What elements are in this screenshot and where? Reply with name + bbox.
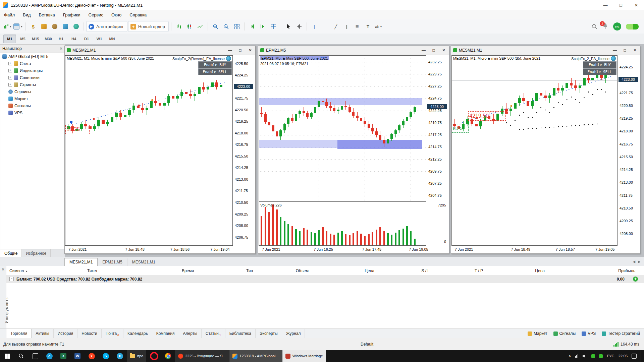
chart-window-epm21[interactable]: EPM21,M5 — □ ✕ 4232.254229.754227.254224… [258, 46, 449, 254]
chart-tab-mesm21-2[interactable]: MESM21,M1 [127, 258, 160, 266]
tab-news[interactable]: Новости [77, 329, 101, 338]
new-order-button[interactable]: + Новый ордер [128, 21, 169, 32]
timeframe-m30[interactable]: M30 [42, 35, 54, 43]
close-button[interactable]: ✕ [629, 0, 644, 10]
profile-selector[interactable]: Default [361, 342, 373, 347]
timeframe-d1[interactable]: D1 [80, 35, 93, 43]
navigator-item-signals[interactable]: Сигналы [0, 102, 65, 109]
tray-expand-icon[interactable]: ∧ [568, 354, 571, 358]
signals-button[interactable]: Сигналы [553, 331, 576, 336]
chart-close-button[interactable]: ✕ [630, 48, 640, 53]
tray-app-icon-2[interactable] [599, 354, 603, 358]
chart-window-mesm21-right[interactable]: MESM21,M1 — □ ✕ 8.254219.50 4224.254221.… [451, 46, 640, 254]
expand-icon[interactable]: + [8, 76, 12, 79]
taskbar-edge[interactable]: e [42, 350, 56, 362]
navigator-item-indicators[interactable]: + Индикаторы [0, 67, 65, 74]
chart-shift-button[interactable] [258, 21, 268, 32]
volume-icon[interactable] [582, 354, 587, 358]
column-time[interactable]: Время [182, 268, 194, 273]
navigator-item-vps[interactable]: VPS [0, 109, 65, 116]
taskbar-opera[interactable] [147, 350, 161, 362]
chart-area[interactable]: 8.254219.50 4224.254221.754220.504219.25… [451, 55, 640, 253]
show-desktop-button[interactable] [641, 350, 643, 362]
market-watch-button[interactable]: $ [28, 21, 38, 32]
navigator-tab-common[interactable]: Общие [0, 249, 22, 257]
chart-minimize-button[interactable]: — [610, 48, 620, 53]
chart-minimize-button[interactable]: — [419, 48, 429, 53]
action-center-icon[interactable] [632, 354, 637, 359]
tile-windows-button[interactable] [232, 21, 242, 32]
new-chart-button[interactable]: ▼ [2, 21, 12, 32]
navigator-item-market[interactable]: Маркет [0, 95, 65, 102]
text-button[interactable]: T [363, 21, 373, 32]
volume-pane[interactable] [259, 201, 426, 246]
lvl-indicator[interactable]: LVL [613, 22, 621, 31]
tab-assets[interactable]: Активы [32, 329, 54, 338]
tab-trade[interactable]: Торговля [6, 329, 32, 338]
column-volume[interactable]: Объем [296, 268, 309, 273]
menu-file[interactable]: Файл [0, 10, 19, 19]
taskbar-chrome[interactable] [161, 350, 175, 362]
chart-area[interactable]: 4232.254229.754227.254224.754222.254219.… [258, 55, 449, 253]
chart-close-button[interactable]: ✕ [245, 48, 255, 53]
toolbox-close-icon[interactable]: ✕ [1, 267, 5, 272]
tab-history[interactable]: История [54, 329, 78, 338]
chart-window-titlebar[interactable]: MESM21,M1 — □ ✕ [65, 46, 255, 55]
taskbar-window-folder[interactable]: про [127, 350, 146, 362]
taskbar-skype[interactable]: S [99, 350, 113, 362]
menu-view[interactable]: Вид [19, 10, 35, 19]
taskbar-excel[interactable]: X [56, 350, 70, 362]
strategy-tester-button[interactable]: Тестер стратегий [602, 331, 640, 336]
tab-articles[interactable]: Статьи1 [202, 329, 225, 338]
bar-chart-button[interactable] [174, 21, 184, 32]
task-view-button[interactable] [28, 350, 42, 362]
tab-experts[interactable]: Эксперты [256, 329, 282, 338]
navigator-close-icon[interactable]: ✕ [59, 46, 63, 51]
enable-buy-button[interactable]: Enable BUY [583, 61, 616, 68]
timeframe-w1[interactable]: W1 [93, 35, 105, 43]
taskbar-window-mt5[interactable]: 1250318 - AMPGlobal... [229, 350, 282, 362]
timeframe-m1[interactable]: M1 [3, 35, 16, 43]
chart-maximize-button[interactable]: □ [620, 48, 630, 53]
data-window-button[interactable] [39, 21, 49, 32]
chart-maximize-button[interactable]: □ [429, 48, 439, 53]
chart-tab-epm21[interactable]: EPM21,M5 [98, 258, 127, 266]
tab-mail[interactable]: Почта6 [102, 329, 123, 338]
menu-insert[interactable]: Вставка [35, 10, 59, 19]
timeframe-mn[interactable]: MN [106, 35, 118, 43]
vps-button[interactable]: VPS [582, 331, 596, 336]
chart-annotation[interactable]: 8.25 [452, 124, 469, 133]
enable-sell-button[interactable]: Enable SELL [583, 68, 616, 75]
chart-window-titlebar[interactable]: EPM21,M5 — □ ✕ [258, 46, 449, 55]
chart-plot[interactable]: 18.25 [65, 55, 233, 246]
menu-window[interactable]: Окно [107, 10, 125, 19]
timeframe-m15[interactable]: M15 [30, 35, 42, 43]
column-price2[interactable]: Цена [535, 268, 545, 273]
column-price[interactable]: Цена [365, 268, 374, 273]
maximize-button[interactable]: □ [613, 0, 629, 10]
column-tp[interactable]: T / P [475, 268, 483, 273]
enable-sell-button[interactable]: Enable SELL [198, 68, 232, 75]
tab-alerts[interactable]: Алерты [179, 329, 202, 338]
taskbar-search-button[interactable] [14, 350, 28, 362]
profiles-button[interactable]: ▼ [13, 21, 23, 32]
chart-close-button[interactable]: ✕ [439, 48, 449, 53]
chart-annotation[interactable]: 18.25 [65, 125, 90, 134]
chart-plot[interactable]: 8.254219.50 [451, 55, 618, 246]
zoom-out-button[interactable] [221, 21, 231, 32]
expand-icon[interactable]: + [8, 69, 12, 72]
tab-scroll-right-icon[interactable]: ▶ [638, 260, 641, 263]
tile-grid-button[interactable] [268, 21, 278, 32]
horizontal-line-button[interactable]: — [320, 21, 330, 32]
search-icon[interactable] [591, 23, 597, 29]
arrows-button[interactable]: ⇄▼ [374, 21, 384, 32]
tab-company[interactable]: Компания [152, 329, 179, 338]
start-button[interactable] [0, 350, 14, 362]
chart-tab-mesm21-1[interactable]: MESM21,M1 [64, 258, 98, 266]
ea-smiley-icon[interactable] [611, 56, 616, 61]
ea-smiley-icon[interactable] [226, 56, 231, 61]
menu-help[interactable]: Справка [125, 10, 151, 19]
navigator-item-services[interactable]: Сервисы [0, 88, 65, 95]
chart-window-titlebar[interactable]: MESM21,M1 — □ ✕ [451, 46, 640, 55]
chart-area[interactable]: 18.25 4225.504224.254221.754220.504219.2… [65, 55, 255, 253]
